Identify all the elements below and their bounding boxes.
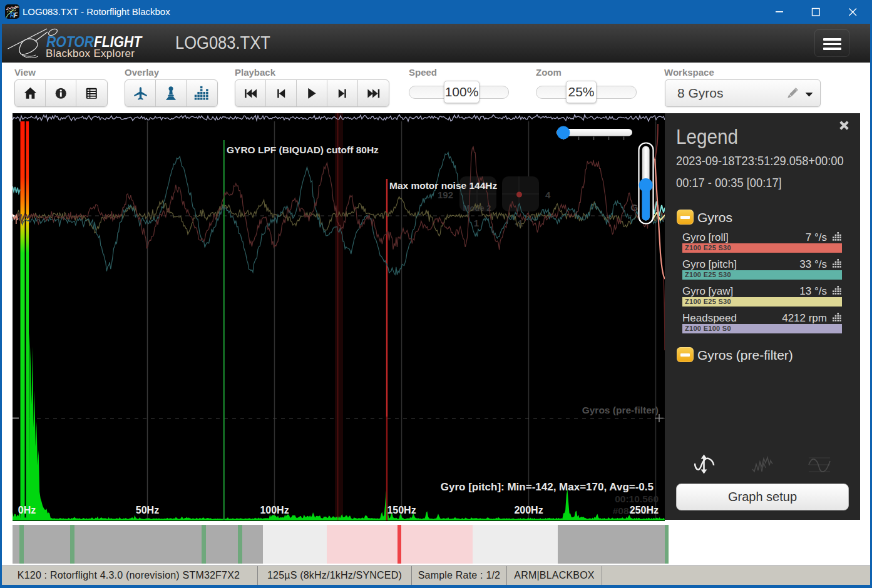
svg-text:GYRO LPF (BIQUAD) cutoff 80Hz: GYRO LPF (BIQUAD) cutoff 80Hz — [227, 144, 379, 155]
svg-text:200Hz: 200Hz — [514, 505, 543, 515]
svg-text:1: 1 — [474, 218, 479, 228]
svg-text:Gyros (pre-filter): Gyros (pre-filter) — [582, 405, 659, 415]
svg-text:100Hz: 100Hz — [260, 505, 289, 515]
svg-text:192: 192 — [438, 190, 453, 200]
svg-text:150Hz: 150Hz — [387, 505, 416, 515]
svg-text:0Hz: 0Hz — [18, 505, 36, 515]
svg-text:F: F — [14, 12, 18, 19]
svg-text:00:10.560: 00:10.560 — [615, 494, 659, 504]
svg-text:250Hz: 250Hz — [630, 505, 659, 515]
svg-text:Max motor noise 144Hz: Max motor noise 144Hz — [389, 180, 498, 191]
svg-text:50Hz: 50Hz — [136, 505, 159, 515]
svg-text:4: 4 — [545, 190, 551, 200]
svg-text:Gyro [pitch]: Min=-142, Max=17: Gyro [pitch]: Min=-142, Max=170, Avg=-0.… — [441, 481, 654, 493]
